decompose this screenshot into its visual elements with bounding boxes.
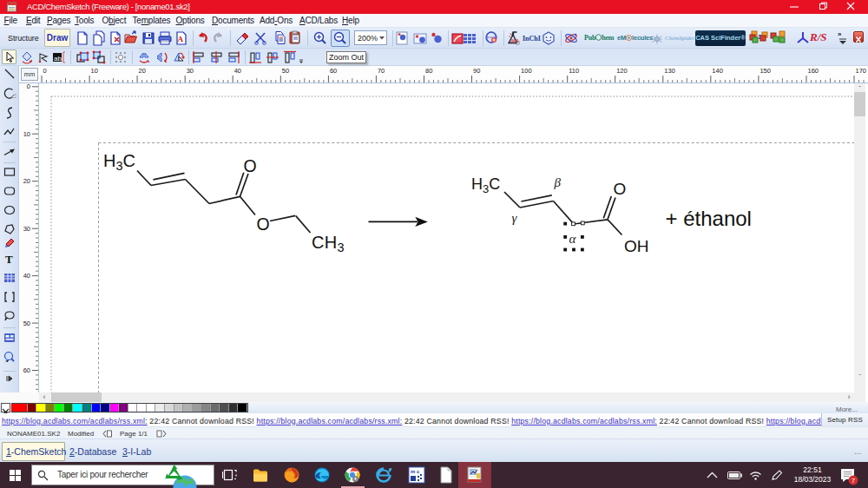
svg-text:20: 20 <box>139 67 146 75</box>
svg-text:γ: γ <box>512 211 518 225</box>
svg-text:30: 30 <box>23 225 30 233</box>
svg-text:150: 150 <box>760 67 771 75</box>
svg-text:130: 130 <box>664 67 675 75</box>
svg-text:10: 10 <box>91 67 98 75</box>
svg-text:170: 170 <box>856 67 867 75</box>
svg-text:H3C: H3C <box>471 175 500 195</box>
svg-text:160: 160 <box>808 67 819 75</box>
svg-text:10: 10 <box>23 130 30 138</box>
svg-text:100: 100 <box>521 67 532 75</box>
svg-text:β: β <box>554 175 562 189</box>
svg-text:O: O <box>614 180 627 198</box>
svg-text:40: 40 <box>23 272 30 280</box>
svg-text:110: 110 <box>569 67 579 75</box>
svg-text:50: 50 <box>23 320 30 327</box>
svg-text:80: 80 <box>425 67 432 75</box>
svg-text:A: A <box>177 35 183 43</box>
svg-text:O: O <box>244 156 257 175</box>
svg-text:0: 0 <box>43 67 47 75</box>
svg-text:70: 70 <box>378 67 385 75</box>
svg-text:140: 140 <box>712 67 723 75</box>
svg-text:H3C: H3C <box>103 151 135 173</box>
svg-text:60: 60 <box>330 67 337 75</box>
svg-text:+ éthanol: + éthanol <box>666 207 752 230</box>
svg-text:CH3: CH3 <box>312 233 345 254</box>
svg-text:7: 7 <box>852 477 856 485</box>
svg-text:α: α <box>569 232 577 246</box>
svg-text:120: 120 <box>616 67 628 75</box>
svg-text:0: 0 <box>27 83 30 90</box>
svg-text:OH: OH <box>624 237 649 255</box>
svg-text:m c: m c <box>411 469 420 474</box>
svg-text:O: O <box>257 214 270 234</box>
svg-text:50: 50 <box>282 67 289 75</box>
svg-text:30: 30 <box>187 67 194 75</box>
svg-text:90: 90 <box>473 67 480 75</box>
svg-text:40: 40 <box>234 67 241 75</box>
svg-text:60: 60 <box>23 366 30 374</box>
svg-text:20: 20 <box>23 177 30 185</box>
svg-text:ab: ab <box>54 55 62 63</box>
